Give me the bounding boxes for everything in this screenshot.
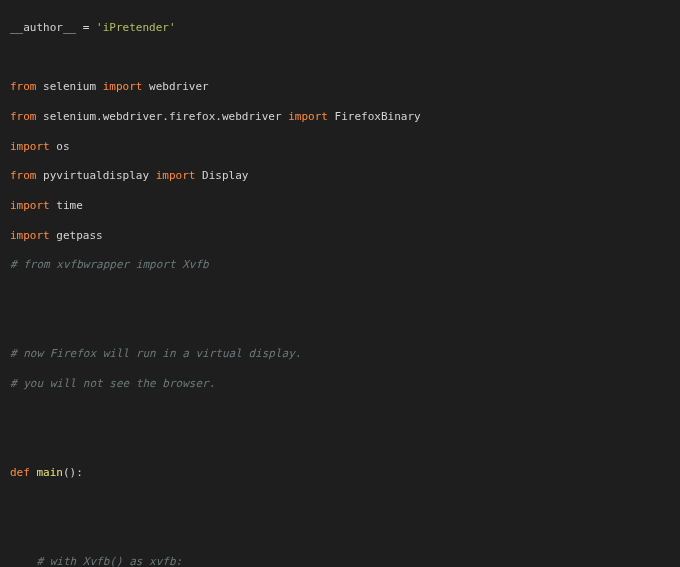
code-line: import os: [10, 140, 670, 155]
token: time: [50, 199, 83, 212]
code-line: [10, 318, 670, 333]
token: import: [288, 110, 328, 123]
token: selenium: [37, 80, 103, 93]
code-line: from selenium import webdriver: [10, 80, 670, 95]
token: import: [10, 199, 50, 212]
code-line: # from xvfbwrapper import Xvfb: [10, 258, 670, 273]
token: getpass: [50, 229, 103, 242]
code-editor: __author__ = 'iPretender' from selenium …: [0, 0, 680, 567]
token: def: [10, 466, 30, 479]
code-line: import time: [10, 199, 670, 214]
code-line: import getpass: [10, 229, 670, 244]
token: =: [76, 21, 96, 34]
code-line: # you will not see the browser.: [10, 377, 670, 392]
code-line: def main():: [10, 466, 670, 481]
code-line: [10, 526, 670, 541]
code-line: [10, 288, 670, 303]
token: ():: [63, 466, 83, 479]
token: import: [10, 140, 50, 153]
token: FirefoxBinary: [328, 110, 421, 123]
token: from: [10, 169, 37, 182]
code-line: __author__ = 'iPretender': [10, 21, 670, 36]
token: import: [156, 169, 196, 182]
token: __author__: [10, 21, 76, 34]
code-line: [10, 436, 670, 451]
token: from: [10, 80, 37, 93]
token: os: [50, 140, 70, 153]
code-line: from pyvirtualdisplay import Display: [10, 169, 670, 184]
code-line: # now Firefox will run in a virtual disp…: [10, 347, 670, 362]
token: import: [10, 229, 50, 242]
code-line: [10, 51, 670, 66]
token: webdriver: [142, 80, 208, 93]
code-line: # with Xvfb() as xvfb:: [10, 555, 670, 567]
token: 'iPretender': [96, 21, 175, 34]
code-line: [10, 496, 670, 511]
token: pyvirtualdisplay: [37, 169, 156, 182]
code-line: [10, 407, 670, 422]
code-line: from selenium.webdriver.firefox.webdrive…: [10, 110, 670, 125]
token: from: [10, 110, 37, 123]
token: import: [103, 80, 143, 93]
token: main: [30, 466, 63, 479]
token: Display: [195, 169, 248, 182]
token: selenium.webdriver.firefox.webdriver: [37, 110, 289, 123]
